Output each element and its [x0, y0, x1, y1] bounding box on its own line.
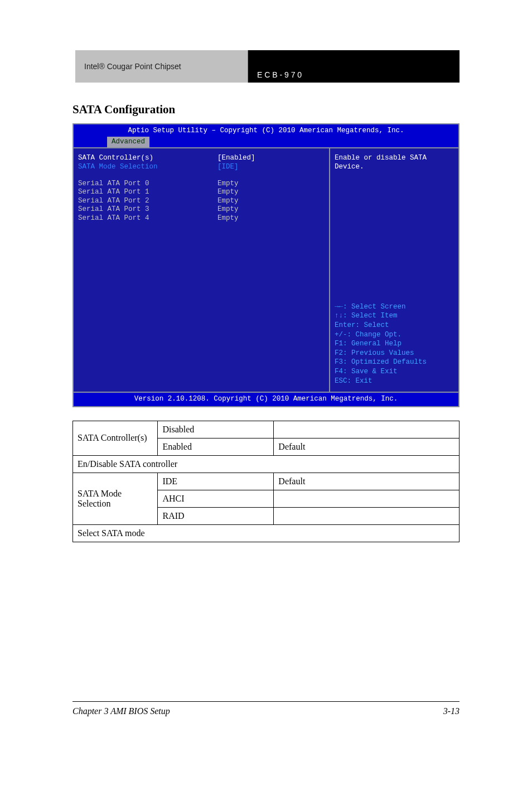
option-desc — [274, 507, 460, 524]
option-value: RAID — [158, 507, 274, 524]
bios-help-key: +/-: Change Opt. — [335, 331, 454, 340]
bios-port-value: Empty — [217, 205, 239, 214]
bios-setting-row[interactable]: SATA Controller(s)[Enabled] — [78, 154, 325, 163]
bios-help-key: F2: Previous Values — [335, 349, 454, 358]
bios-port-value: Empty — [217, 197, 239, 206]
bios-help-panel: Enable or disable SATA Device. →←: Selec… — [330, 148, 458, 392]
option-value: Enabled — [158, 438, 274, 455]
doc-header-right: E C B - 9 7 0 — [248, 50, 460, 83]
bios-screenshot: Aptio Setup Utility – Copyright (C) 2010… — [72, 123, 460, 407]
option-name: SATA Controller(s) — [73, 421, 158, 455]
option-desc — [274, 421, 460, 438]
table-row: Select SATA mode — [73, 524, 460, 542]
bios-setting-row[interactable]: SATA Mode Selection[IDE] — [78, 163, 325, 172]
bios-port-row: Serial ATA Port 3Empty — [78, 205, 325, 214]
bios-port-label: Serial ATA Port 4 — [78, 214, 217, 223]
option-name: SATA Mode Selection — [73, 473, 158, 524]
bios-port-label: Serial ATA Port 2 — [78, 197, 217, 206]
bios-help-key: F3: Optimized Defaults — [335, 358, 454, 367]
bios-setting-label: SATA Controller(s) — [78, 154, 217, 163]
bios-port-row: Serial ATA Port 4Empty — [78, 214, 325, 223]
bios-help-key: →←: Select Screen — [335, 303, 454, 312]
option-desc: Default — [274, 473, 460, 490]
table-row: SATA Mode SelectionIDEDefault — [73, 473, 460, 490]
table-row: SATA Controller(s)Disabled — [73, 421, 460, 438]
bios-key-legend: →←: Select Screen↑↓: Select ItemEnter: S… — [335, 303, 454, 387]
bios-port-value: Empty — [217, 180, 239, 189]
bios-port-value: Empty — [217, 188, 239, 197]
bios-help-key: F1: General Help — [335, 340, 454, 349]
bios-port-row: Serial ATA Port 2Empty — [78, 197, 325, 206]
option-value: Disabled — [158, 421, 274, 438]
doc-header: Intel® Cougar Point Chipset E C B - 9 7 … — [75, 50, 460, 83]
option-value: IDE — [158, 473, 274, 490]
bios-port-label: Serial ATA Port 3 — [78, 205, 217, 214]
bios-setting-value: [Enabled] — [217, 154, 255, 163]
section-heading: SATA Configuration — [72, 103, 532, 117]
bios-port-row: Serial ATA Port 0Empty — [78, 180, 325, 189]
option-row-desc: En/Disable SATA controller — [73, 455, 460, 473]
bios-footer: Version 2.10.1208. Copyright (C) 2010 Am… — [72, 393, 460, 407]
page-footer: Chapter 3 AMI BIOS Setup 3-13 — [0, 701, 532, 716]
bios-port-label: Serial ATA Port 0 — [78, 180, 217, 189]
bios-title: Aptio Setup Utility – Copyright (C) 2010… — [72, 123, 460, 137]
bios-tabbar: Advanced — [72, 137, 460, 148]
bios-port-label: Serial ATA Port 1 — [78, 188, 217, 197]
bios-help-key: ↑↓: Select Item — [335, 312, 454, 321]
doc-header-left: Intel® Cougar Point Chipset — [75, 50, 248, 83]
option-desc: Default — [274, 438, 460, 455]
option-value: AHCI — [158, 490, 274, 507]
options-table-wrap: SATA Controller(s)DisabledEnabledDefault… — [72, 421, 460, 542]
bios-help-key: ESC: Exit — [335, 377, 454, 386]
bios-port-value: Empty — [217, 214, 239, 223]
bios-help-key: F4: Save & Exit — [335, 368, 454, 377]
bios-setting-label: SATA Mode Selection — [78, 163, 217, 172]
bios-port-row: Serial ATA Port 1Empty — [78, 188, 325, 197]
bios-help-key: Enter: Select — [335, 321, 454, 330]
options-table: SATA Controller(s)DisabledEnabledDefault… — [72, 421, 460, 542]
bios-help-text: Enable or disable SATA Device. — [335, 154, 454, 171]
footer-left: Chapter 3 AMI BIOS Setup — [72, 706, 170, 716]
option-desc — [274, 490, 460, 507]
bios-setting-value: [IDE] — [217, 163, 239, 172]
footer-right: 3-13 — [443, 706, 460, 716]
option-row-desc: Select SATA mode — [73, 524, 460, 542]
bios-tab-advanced[interactable]: Advanced — [107, 137, 149, 148]
bios-main-panel: SATA Controller(s)[Enabled]SATA Mode Sel… — [74, 148, 330, 392]
table-row: En/Disable SATA controller — [73, 455, 460, 473]
